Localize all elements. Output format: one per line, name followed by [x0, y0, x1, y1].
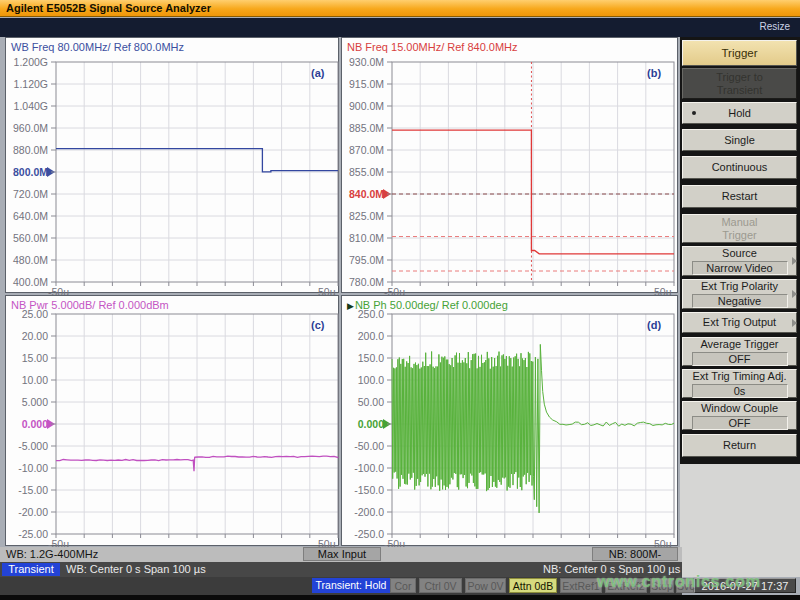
sweep-status-bar: Transient WB: Center 0 s Span 100 µs NB:… [0, 562, 682, 577]
submenu-arrow-icon [792, 319, 797, 327]
plot-b-ytick: 840.0M [342, 188, 384, 200]
plot-c-ytick: -20.00 [6, 506, 48, 518]
datetime-readout: 2016-07-27 17:37 [694, 578, 796, 593]
plot-b-ytick: 780.0M [342, 276, 384, 288]
status-indicator-attn-0db: Attn 0dB [509, 578, 557, 593]
plot-panel-nb-freq: ▶NB Freq 15.00MHz/ Ref 840.0MHz 930.0M91… [341, 37, 678, 293]
plot-a-ytick: 1.120G [6, 78, 48, 90]
plot-b-canvas [386, 60, 678, 288]
plot-d-ytick: -250.0 [342, 528, 384, 540]
softkey-average-trigger[interactable]: Average TriggerOFF [682, 337, 797, 366]
plot-d-ytick: 250.0 [342, 308, 384, 320]
softkey-hold[interactable]: Hold [682, 102, 797, 124]
softkey-source-value: Narrow Video [692, 261, 788, 275]
plot-a-ytick: 880.0M [6, 144, 48, 156]
plot-a-canvas [50, 60, 342, 288]
menu-header-trigger[interactable]: Trigger [682, 40, 797, 66]
status-indicator-cor: Cor [390, 578, 416, 593]
status-indicator-extref1: ExtRef1 [560, 578, 602, 593]
softkey-menu: Trigger Trigger toTransientHoldSingleCon… [680, 37, 800, 464]
softkey-window-couple[interactable]: Window CoupleOFF [682, 401, 797, 430]
softkey-average-trigger-value: OFF [692, 352, 788, 366]
plot-d-ytick: 0.000 [342, 418, 384, 430]
plot-a-ytick: 800.0M [6, 166, 48, 178]
plot-c-ytick: -5.000 [6, 440, 48, 452]
plot-a-ytick: 720.0M [6, 188, 48, 200]
instrument-status-bar: Transient: Hold 2016-07-27 17:37 CorCtrl… [0, 577, 800, 595]
softkey-single[interactable]: Single [682, 129, 797, 151]
trigger-status-badge: Transient: Hold [312, 578, 390, 593]
window-title: Agilent E5052B Signal Source Analyzer [6, 2, 211, 14]
plot-a-ytick: 1.200G [6, 56, 48, 68]
menu-strip: Resize [0, 18, 800, 37]
plot-d-ytick: -150.0 [342, 484, 384, 496]
range-readout-bar: WB: 1.2G-400MHz Max Input 0dBm NB: 800M-… [0, 547, 682, 562]
softkey-restart[interactable]: Restart [682, 185, 797, 208]
plot-a-ytick: 1.040G [6, 100, 48, 112]
submenu-arrow-icon [792, 257, 797, 265]
plot-c-ytick: -15.00 [6, 484, 48, 496]
plot-d-ytick: -200.0 [342, 506, 384, 518]
status-indicator-extref2: ExtRef2 [605, 578, 647, 593]
plot-b-ytick: 900.0M [342, 100, 384, 112]
plot-b-ytick: 915.0M [342, 78, 384, 90]
plot-d-ytick: -100.0 [342, 462, 384, 474]
nb-sweep-readout: NB: Center 0 s Span 100 µs [543, 563, 680, 575]
plot-c-ytick: -25.00 [6, 528, 48, 540]
plot-d-ytick: 100.0 [342, 374, 384, 386]
plot-c-ytick: 10.00 [6, 374, 48, 386]
softkey-manual-trigger: ManualTrigger [682, 214, 797, 243]
softkey-menu-empty-area [680, 464, 800, 577]
app-window: Agilent E5052B Signal Source Analyzer Re… [0, 0, 800, 600]
plot-panel-wb-freq: ▶WB Freq 80.00MHz/ Ref 800.0MHz 1.200G1.… [5, 37, 339, 293]
plot-b-ytick: 870.0M [342, 144, 384, 156]
plot-b-ytick: 795.0M [342, 254, 384, 266]
plot-d-canvas [386, 312, 678, 540]
plot-a-ytick: 640.0M [6, 210, 48, 222]
plot-b-title: ▶NB Freq 15.00MHz/ Ref 840.0MHz [347, 41, 518, 53]
softkey-window-couple-value: OFF [692, 416, 788, 430]
selected-dot-icon [692, 111, 696, 115]
plot-d-ytick: 50.00 [342, 396, 384, 408]
softkey-ext-trig-polarity[interactable]: Ext Trig PolarityNegative [682, 279, 797, 309]
plot-b-ytick: 855.0M [342, 166, 384, 178]
max-input-readout: Max Input 0dBm [303, 547, 381, 561]
plot-panel-nb-phase: ▶NB Ph 50.00deg/ Ref 0.000deg 250.0200.0… [341, 295, 678, 546]
plot-a-title: ▶WB Freq 80.00MHz/ Ref 800.0MHz [11, 41, 184, 53]
plot-b-ytick: 825.0M [342, 210, 384, 222]
plot-c-ytick: 15.00 [6, 352, 48, 364]
submenu-arrow-icon [792, 290, 797, 298]
plot-c-ytick: 20.00 [6, 330, 48, 342]
plot-c-ytick: 25.00 [6, 308, 48, 320]
softkey-ext-trig-output[interactable]: Ext Trig Output [682, 312, 797, 333]
status-indicator-pow-0v: Pow 0V [465, 578, 506, 593]
softkey-continuous[interactable]: Continuous [682, 156, 797, 179]
plot-b-ytick: 810.0M [342, 232, 384, 244]
status-indicator-svc: Svc [676, 578, 694, 593]
plot-b-ytick: 885.0M [342, 122, 384, 134]
plot-a-ytick: 560.0M [6, 232, 48, 244]
plot-c-ytick: -10.00 [6, 462, 48, 474]
softkey-ext-trig-timing-adj[interactable]: Ext Trig Timing Adj.0s [682, 369, 797, 398]
plot-a-ytick: 480.0M [6, 254, 48, 266]
status-indicator-ctrl-0v: Ctrl 0V [419, 578, 462, 593]
status-indicator-stop: Stop [650, 578, 674, 593]
bottom-edge [0, 595, 800, 600]
plot-a-ytick: 400.0M [6, 276, 48, 288]
plot-c-ytick: 5.000 [6, 396, 48, 408]
softkey-ext-trig-timing-adj-value: 0s [692, 384, 788, 398]
plot-c-ytick: 0.000 [6, 418, 48, 430]
softkey-return[interactable]: Return [682, 434, 797, 457]
softkey-source[interactable]: SourceNarrow Video [682, 246, 797, 276]
window-titlebar: Agilent E5052B Signal Source Analyzer [0, 0, 800, 17]
plot-d-ytick: 200.0 [342, 330, 384, 342]
softkey-ext-trig-polarity-value: Negative [692, 294, 788, 308]
wb-range-readout: WB: 1.2G-400MHz [6, 548, 98, 560]
plot-c-canvas [50, 312, 342, 540]
plot-panel-nb-power: ▶NB Pwr 5.000dB/ Ref 0.000dBm 25.0020.00… [5, 295, 339, 546]
wb-sweep-readout: WB: Center 0 s Span 100 µs [66, 563, 206, 575]
measurement-mode-badge: Transient [2, 563, 60, 576]
resize-button[interactable]: Resize [759, 21, 790, 32]
plot-b-ytick: 930.0M [342, 56, 384, 68]
plot-d-ytick: -50.00 [342, 440, 384, 452]
